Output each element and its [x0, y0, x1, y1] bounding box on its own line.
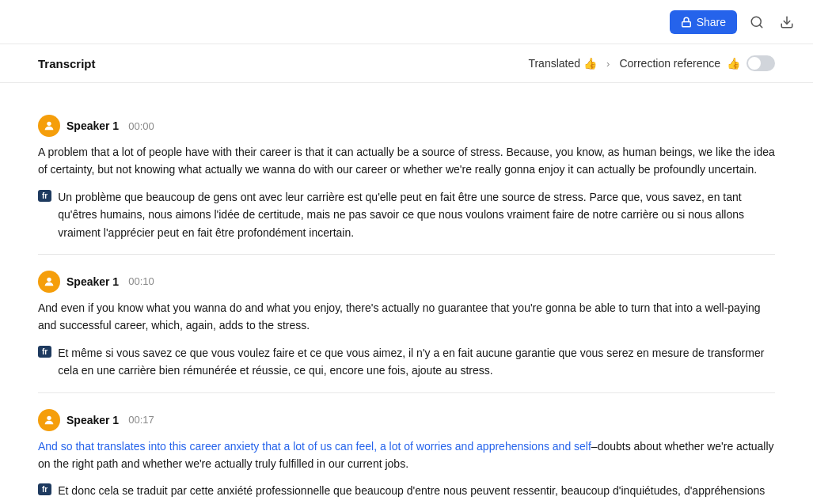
avatar-1 [38, 115, 60, 137]
translated-block-1: fr Un problème que beaucoup de gens ont … [38, 188, 775, 241]
speaker-name-2: Speaker 1 [66, 275, 119, 288]
fr-badge-2: fr [38, 346, 51, 358]
speaker-name-3: Speaker 1 [66, 414, 119, 426]
header-actions: Share [670, 10, 797, 34]
download-icon [780, 15, 794, 29]
svg-point-5 [47, 278, 51, 282]
speaker-line-3: Speaker 1 00:17 [38, 409, 775, 431]
translated-emoji: 👍 [583, 57, 597, 70]
translated-text-2: Et même si vous savez ce que vous voulez… [58, 344, 775, 380]
transcript-title: Transcript [38, 57, 528, 70]
translated-text-1: Un problème que beaucoup de gens ont ave… [58, 188, 775, 241]
translated-block-2: fr Et même si vous savez ce que vous vou… [38, 344, 775, 380]
toolbar: Transcript Translated 👍 › Correction ref… [0, 44, 813, 83]
segment-2: Speaker 1 00:10 And even if you know wha… [38, 271, 775, 393]
divider-2 [38, 392, 775, 393]
search-icon [750, 15, 764, 29]
correction-reference: Correction reference 👍 [619, 55, 775, 71]
translated-block-3: fr Et donc cela se traduit par cette anx… [38, 482, 775, 504]
divider-1 [38, 254, 775, 255]
correction-ref-toggle[interactable] [747, 55, 775, 71]
fr-badge-1: fr [38, 190, 51, 202]
search-button[interactable] [747, 12, 767, 32]
svg-point-4 [47, 122, 51, 126]
chevron-right-icon: › [606, 58, 610, 70]
svg-line-2 [759, 25, 762, 27]
share-button[interactable]: Share [670, 10, 737, 34]
avatar-3 [38, 409, 60, 431]
speaker-line-2: Speaker 1 00:10 [38, 271, 775, 293]
segment-3: Speaker 1 00:17 And so that translates i… [38, 409, 775, 504]
svg-rect-0 [682, 21, 690, 26]
speaker-time-3: 00:17 [128, 414, 154, 426]
highlight-link-3[interactable]: And so that translates into this career … [38, 440, 591, 453]
original-text-3: And so that translates into this career … [38, 438, 775, 473]
header: Share [0, 0, 813, 44]
segment-1: Speaker 1 00:00 A problem that a lot of … [38, 115, 775, 255]
speaker-name-1: Speaker 1 [66, 119, 119, 132]
original-text-2: And even if you know what you wanna do a… [38, 299, 775, 335]
translated-label: Translated [528, 57, 580, 70]
transcript-content: Speaker 1 00:00 A problem that a lot of … [0, 83, 813, 504]
correction-ref-label: Correction reference [619, 57, 720, 70]
correction-ref-emoji: 👍 [727, 57, 740, 70]
svg-point-6 [47, 415, 51, 419]
download-button[interactable] [777, 12, 797, 32]
toolbar-nav: Translated 👍 › Correction reference 👍 [528, 55, 775, 71]
speaker-line-1: Speaker 1 00:00 [38, 115, 775, 137]
translated-text-3: Et donc cela se traduit par cette anxiét… [58, 482, 775, 504]
lock-icon [681, 17, 692, 28]
fr-badge-3: fr [38, 483, 51, 495]
original-text-1: A problem that a lot of people have with… [38, 143, 775, 179]
translated-nav-item[interactable]: Translated 👍 [528, 57, 597, 70]
avatar-2 [38, 271, 60, 293]
speaker-time-2: 00:10 [128, 275, 154, 287]
speaker-time-1: 00:00 [128, 120, 154, 132]
